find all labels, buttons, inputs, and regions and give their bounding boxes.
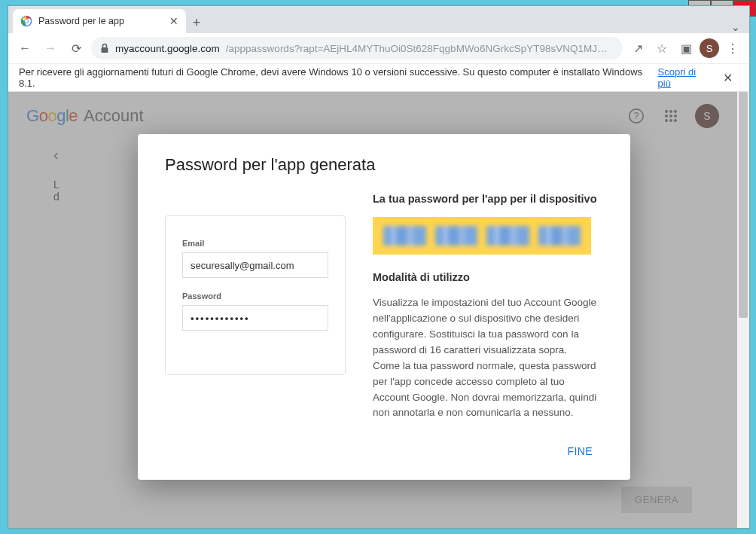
- scrollbar-thumb[interactable]: [739, 92, 748, 318]
- reload-icon: ⟳: [72, 41, 81, 56]
- svg-point-2: [25, 20, 28, 23]
- svg-rect-3: [102, 47, 108, 53]
- page-scrollbar[interactable]: [737, 92, 749, 528]
- plus-icon: +: [193, 15, 201, 31]
- forward-button[interactable]: →: [40, 38, 61, 59]
- extensions-button[interactable]: ▣: [675, 38, 697, 59]
- tab-close-button[interactable]: ✕: [169, 15, 178, 27]
- password-segment: [538, 226, 581, 246]
- share-icon: ↗: [633, 41, 643, 56]
- kebab-icon: ⋮: [727, 41, 739, 56]
- tab-title: Password per le app: [38, 16, 163, 26]
- browser-tab[interactable]: Password per le app ✕: [13, 9, 186, 33]
- login-preview-card: Email securesally@gmail.com Password •••…: [165, 215, 346, 375]
- reload-button[interactable]: ⟳: [66, 38, 87, 59]
- profile-avatar-button[interactable]: S: [700, 38, 719, 58]
- tab-strip: Password per le app ✕ + ⌄: [8, 6, 749, 33]
- url-domain: myaccount.google.com: [115, 43, 220, 54]
- dialog-title: Password per l'app generata: [165, 155, 603, 175]
- lock-icon: [100, 43, 109, 53]
- usage-header: Modalità di utilizzo: [373, 271, 603, 283]
- tab-favicon-icon: [20, 15, 32, 27]
- address-bar[interactable]: myaccount.google.com/apppasswords?rapt=A…: [91, 37, 623, 60]
- toolbar: ← → ⟳ myaccount.google.com/apppasswords?…: [8, 33, 749, 63]
- back-button[interactable]: ←: [14, 38, 35, 59]
- app-password-dialog: Password per l'app generata Email secure…: [138, 134, 630, 480]
- device-password-header: La tua password per l'app per il disposi…: [373, 193, 603, 205]
- update-infobar: Per ricevere gli aggiornamenti futuri di…: [8, 63, 749, 92]
- generated-password-box[interactable]: [373, 217, 591, 255]
- password-label: Password: [182, 291, 328, 301]
- browser-window: Password per le app ✕ + ⌄ ← → ⟳ myaccoun…: [8, 5, 750, 529]
- tab-search-button[interactable]: ⌄: [731, 21, 740, 33]
- done-button[interactable]: FINE: [557, 439, 604, 463]
- url-path: /apppasswords?rapt=AEjHL4MYThuOi0St628Fq…: [226, 43, 614, 54]
- password-segment: [435, 226, 478, 246]
- star-icon: ☆: [657, 41, 667, 56]
- password-segment: [383, 226, 426, 246]
- extensions-icon: ▣: [681, 41, 692, 56]
- usage-paragraph: Visualizza le impostazioni del tuo Accou…: [373, 295, 603, 421]
- email-field: securesally@gmail.com: [182, 252, 328, 278]
- new-tab-button[interactable]: +: [186, 12, 207, 33]
- avatar-initial: S: [706, 43, 713, 54]
- arrow-left-icon: ←: [19, 41, 31, 55]
- infobar-learn-more-link[interactable]: Scopri di più: [658, 66, 711, 89]
- arrow-right-icon: →: [44, 41, 56, 55]
- page-viewport: Google Account ? S ‹ L d GENERA: [8, 92, 749, 528]
- email-label: Email: [182, 239, 328, 248]
- infobar-close-button[interactable]: ✕: [717, 68, 739, 88]
- password-field: ••••••••••••: [182, 305, 328, 331]
- chevron-down-icon: ⌄: [731, 21, 740, 33]
- browser-menu-button[interactable]: ⋮: [722, 38, 743, 59]
- password-segment: [486, 226, 529, 246]
- share-button[interactable]: ↗: [627, 38, 648, 59]
- bookmark-button[interactable]: ☆: [651, 38, 672, 59]
- infobar-text: Per ricevere gli aggiornamenti futuri di…: [19, 66, 652, 89]
